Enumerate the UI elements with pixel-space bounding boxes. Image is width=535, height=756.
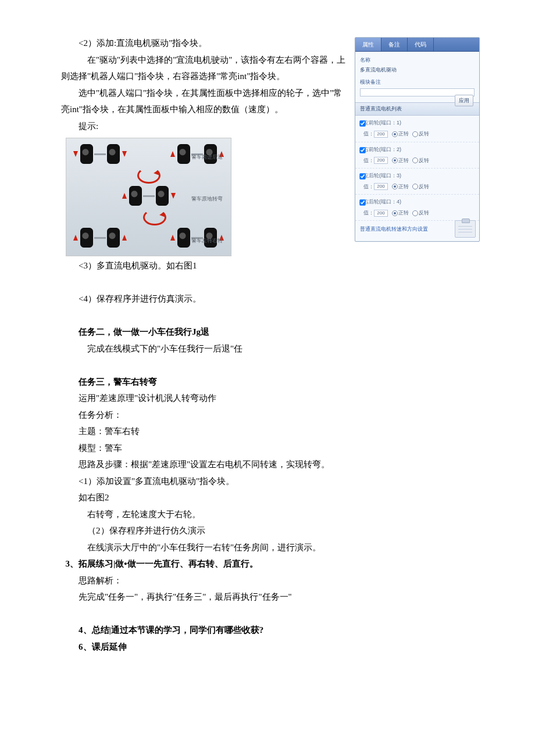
motor-1-value[interactable]: 200 xyxy=(374,131,388,138)
wheel-icon xyxy=(107,228,120,248)
property-panel: 属性 备注 代码 名称 多直流电机驱动 模块备注 普通直流电机列表 应用 左前轮… xyxy=(355,37,480,242)
motor-3-rev-radio[interactable] xyxy=(412,184,418,189)
fwd-label: 正转 xyxy=(398,184,409,189)
clipboard-icon xyxy=(455,220,476,238)
motor-row-4: 右后轮(端口：4) 值：200 正转 反转 xyxy=(355,195,479,221)
t3-line-5: 思路及步骤：根据"差速原理"设置左右电机不同转速，实现转弯。 xyxy=(61,456,480,473)
t3-line-1: 运用"差速原理"设计机泯人转弯动作 xyxy=(61,390,480,407)
extension-line-2: 先完成"任务一"，再执行"任务三"，最后再执行"任务一" xyxy=(61,589,480,605)
rev-label: 反转 xyxy=(419,184,429,189)
motor-2-rev-radio[interactable] xyxy=(412,157,418,163)
t3-line-4: 模型：警车 xyxy=(61,440,480,457)
arrow-down-icon xyxy=(73,151,78,157)
motor-row-1: 左前轮(端口：1) 值：200 正转 反转 xyxy=(355,116,479,142)
task-2-title: 任务二，做一做一小车任我行Jg退 xyxy=(61,324,480,341)
step-3: <3）多直流电机驱动。如右图1 xyxy=(61,257,480,274)
arrow-up-icon xyxy=(122,235,127,241)
task-2-body: 完成在线模式下的"小车任我行一后退"任 xyxy=(61,341,480,357)
after-class-title: 6、课后延伸 xyxy=(61,639,480,655)
motor-4-value[interactable]: 200 xyxy=(374,210,388,217)
arrow-down-icon xyxy=(122,151,127,157)
motor-3-value[interactable]: 200 xyxy=(374,183,388,190)
value-prefix: 值： xyxy=(363,184,374,189)
summary-title: 4、总结|通过本节课的学习，同学们有哪些收获? xyxy=(61,622,480,639)
fwd-label: 正转 xyxy=(398,157,409,163)
motor-row-3: 左后轮(端口：3) 值：200 正转 反转 xyxy=(355,169,479,195)
wheel-icon xyxy=(156,186,169,206)
motor-4-checkbox[interactable] xyxy=(359,199,365,205)
wheel-icon xyxy=(107,144,120,164)
t3-line-6: <1）添加设置"多直流电机驱动"指令块。 xyxy=(61,473,480,490)
panel-footer-link[interactable]: 普通直流电机转速和方向设置 xyxy=(360,224,428,234)
motor-3-fwd-radio[interactable] xyxy=(392,184,398,189)
step-4: <4）保存程序并进行仿真演示。 xyxy=(61,291,480,307)
wheels-figure: 警车前进后退 警车原地转弯 警车左转右转 xyxy=(66,138,231,256)
turn-arrow-icon xyxy=(137,167,160,184)
tab-code[interactable]: 代码 xyxy=(408,38,434,51)
t3-line-7: 如右图2 xyxy=(61,489,480,506)
t3-line-2: 任务分析： xyxy=(61,407,480,424)
motor-3-checkbox[interactable] xyxy=(359,173,365,179)
fwd-label: 正转 xyxy=(398,210,409,216)
rev-label: 反转 xyxy=(419,157,429,163)
t3-line-10: 在线演示大厅中的"小车任我行一右转"任务房间，进行演示。 xyxy=(61,539,480,556)
motor-4-rev-radio[interactable] xyxy=(412,210,418,216)
rev-label: 反转 xyxy=(419,210,429,216)
wheel-icon xyxy=(177,144,190,164)
apply-button[interactable]: 应用 xyxy=(455,95,473,106)
t3-line-8: 右转弯，左轮速度大于右轮。 xyxy=(61,506,480,523)
remark-label: 模块备注 xyxy=(360,77,475,87)
name-label: 名称 xyxy=(360,55,475,65)
task-3-title: 任务三，警车右转弯 xyxy=(61,374,480,390)
name-value: 多直流电机驱动 xyxy=(360,65,475,75)
car-icon xyxy=(121,186,177,206)
extension-line-1: 思路解析： xyxy=(61,572,480,589)
arrow-up-icon xyxy=(170,151,175,157)
motor-3-label: 左后轮(端口：3) xyxy=(363,173,401,178)
t3-line-9: （2）保存程序并进行仿久演示 xyxy=(61,522,480,539)
arrow-up-icon xyxy=(170,235,175,241)
motor-1-fwd-radio[interactable] xyxy=(392,131,398,137)
motor-2-fwd-radio[interactable] xyxy=(392,157,398,163)
value-prefix: 值： xyxy=(363,157,374,163)
motor-1-rev-radio[interactable] xyxy=(412,131,418,137)
arrow-down-icon xyxy=(171,193,176,199)
motor-4-fwd-radio[interactable] xyxy=(392,210,398,216)
motor-row-2: 右前轮(端口：2) 值：200 正转 反转 xyxy=(355,142,479,169)
wheel-icon xyxy=(80,228,93,248)
wheel-icon xyxy=(129,186,142,206)
value-prefix: 值： xyxy=(363,131,374,137)
rev-label: 反转 xyxy=(419,131,429,137)
motor-1-checkbox[interactable] xyxy=(359,121,365,127)
car-icon xyxy=(72,228,128,248)
wheels-caption-3: 警车左转右转 xyxy=(191,236,223,246)
motor-1-label: 左前轮(端口：1) xyxy=(363,120,401,126)
wheels-caption-1: 警车前进后退 xyxy=(191,152,223,162)
motor-2-value[interactable]: 200 xyxy=(374,157,388,164)
wheel-icon xyxy=(177,228,190,248)
fwd-label: 正转 xyxy=(398,131,409,137)
extension-title: 3、拓展练习|做•做一一先直行、再右转、后直行。 xyxy=(66,556,480,572)
motor-2-label: 右前轮(端口：2) xyxy=(363,146,401,152)
motor-2-checkbox[interactable] xyxy=(359,147,365,153)
t3-line-3: 主题：警车右转 xyxy=(61,423,480,440)
car-icon xyxy=(72,144,128,164)
wheel-icon xyxy=(80,144,93,164)
motor-4-label: 右后轮(端口：4) xyxy=(363,199,401,205)
arrow-up-icon xyxy=(73,235,78,241)
tab-properties[interactable]: 属性 xyxy=(355,38,381,51)
turn-arrow-icon xyxy=(143,209,166,225)
tab-notes[interactable]: 备注 xyxy=(381,38,408,51)
value-prefix: 值： xyxy=(363,210,374,216)
arrow-up-icon xyxy=(122,193,127,199)
panel-tabs: 属性 备注 代码 xyxy=(355,38,479,52)
wheels-caption-2: 警车原地转弯 xyxy=(191,194,223,204)
